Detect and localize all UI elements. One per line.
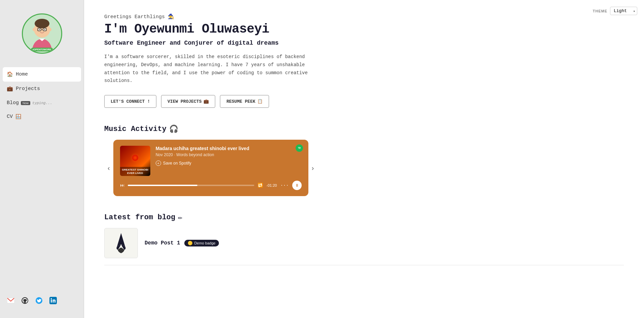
progress-bar-fill (128, 185, 197, 186)
resume-peek-button[interactable]: RESUME PEEK 📋 (220, 95, 269, 108)
sidebar-item-blog[interactable]: Blog Now typing... (0, 96, 84, 110)
projects-label: VIEW PROJECTS (167, 99, 201, 104)
view-projects-button[interactable]: VIEW PROJECTS 💼 (161, 95, 215, 108)
sidebar-item-label: Home (16, 72, 28, 77)
album-art-eye (132, 155, 138, 161)
svg-point-4 (39, 29, 40, 30)
svg-point-10 (49, 28, 51, 31)
theme-select[interactable]: Light Dark System (610, 7, 637, 15)
connect-label: LET'S CONNECT ! (111, 99, 150, 104)
blog-now-badge: Now (21, 101, 30, 105)
badge-emoji: 🟡 (188, 241, 193, 245)
blog-title-text: Latest from blog (104, 213, 175, 222)
music-player: GREATEST SHINOBI EVER LIVED Madara uchih… (113, 140, 308, 196)
demo-badge-label: Demo badge (194, 241, 216, 245)
music-info: Madara uchiha greatest shinobi ever live… (156, 146, 302, 166)
cta-buttons: LET'S CONNECT ! VIEW PROJECTS 💼 RESUME P… (104, 95, 624, 108)
repeat-icon[interactable]: 🔁 (258, 183, 263, 188)
main-content: THEME Light Dark System Greetings Earthl… (84, 0, 644, 318)
hero-description: I'm a software sorcerer, skilled in the … (104, 53, 333, 85)
time-remaining: -01:20 (266, 183, 277, 187)
save-spotify-label: Save on Spotify (163, 161, 191, 166)
twitter-icon[interactable] (35, 297, 43, 305)
progress-bar[interactable] (128, 185, 255, 186)
avatar-inner: #OPENTOWORK (23, 14, 61, 53)
briefcase-icon: 💼 (7, 86, 13, 92)
linkedin-icon[interactable] (49, 297, 57, 305)
more-icon[interactable]: ··· (280, 183, 289, 188)
sidebar: #OPENTOWORK 🏠 Home 💼 Projects Blog Now t… (0, 0, 84, 318)
sidebar-item-cv[interactable]: CV 🪟 (0, 110, 84, 124)
resume-icon: 📋 (257, 99, 263, 104)
theme-label: THEME (593, 9, 608, 13)
sidebar-item-label: CV (7, 114, 13, 120)
hero-title: I'm Oyewunmi Oluwaseyi (104, 22, 624, 36)
blog-post-card: Demo Post 1 🟡 Demo badge (104, 228, 624, 265)
lets-connect-button[interactable]: LET'S CONNECT ! (104, 95, 156, 108)
pause-icon: ⏸ (295, 183, 299, 188)
avatar-svg (25, 17, 59, 50)
blog-section-heading: Latest from blog ✏️ (104, 213, 624, 222)
svg-point-5 (44, 29, 45, 30)
github-icon[interactable] (21, 297, 29, 305)
avatar-container: #OPENTOWORK (0, 7, 84, 60)
spotify-icon (296, 144, 303, 152)
blog-thumbnail (104, 228, 138, 258)
blog-post-info: Demo Post 1 🟡 Demo badge (145, 240, 219, 246)
music-title-text: Music Activity (104, 125, 166, 133)
skip-back-icon[interactable]: ⏭ (120, 183, 124, 188)
theme-bar: THEME Light Dark System (593, 7, 638, 15)
gmail-icon[interactable] (7, 297, 15, 305)
music-player-wrapper: ‹ GREATEST SHINOBI EVER LIVED Madara uch… (104, 140, 624, 196)
home-icon: 🏠 (7, 71, 13, 78)
music-player-top: GREATEST SHINOBI EVER LIVED Madara uchih… (120, 146, 302, 176)
svg-point-17 (297, 146, 302, 150)
typing-indicator: typing... (32, 101, 52, 105)
theme-select-wrapper: Light Dark System (610, 7, 637, 15)
pencil-icon: ✏️ (178, 213, 182, 222)
prev-track-button[interactable]: ‹ (104, 164, 113, 172)
next-track-button[interactable]: › (308, 164, 317, 172)
headphone-icon: 🎧 (169, 125, 178, 134)
avatar-circle: #OPENTOWORK (22, 13, 62, 54)
album-art: GREATEST SHINOBI EVER LIVED (120, 146, 150, 176)
greeting: Greetings Earthlings 🧙 (104, 13, 624, 20)
music-section-heading: Music Activity 🎧 (104, 125, 624, 134)
sidebar-item-home[interactable]: 🏠 Home (3, 67, 81, 82)
pause-button[interactable]: ⏸ (292, 181, 302, 190)
sidebar-item-projects[interactable]: 💼 Projects (0, 82, 84, 96)
sidebar-social (0, 290, 84, 311)
svg-point-1 (35, 19, 49, 28)
blog-post-title: Demo Post 1 (145, 240, 180, 246)
music-track-title: Madara uchiha greatest shinobi ever live… (156, 146, 302, 151)
nav-list: 🏠 Home 💼 Projects Blog Now typing... CV … (0, 67, 84, 124)
demo-badge: 🟡 Demo badge (184, 240, 219, 246)
briefcase-icon-btn: 💼 (203, 99, 209, 104)
music-controls: ⏭ 🔁 -01:20 ··· ⏸ (120, 181, 302, 190)
svg-point-16 (51, 298, 52, 300)
open-to-work-badge: #OPENTOWORK (31, 48, 53, 51)
blog-logo (111, 231, 131, 255)
sidebar-item-label: Blog (7, 100, 19, 106)
plus-icon: + (156, 161, 161, 166)
sidebar-item-label: Projects (16, 86, 40, 92)
svg-rect-15 (51, 300, 52, 303)
save-spotify-button[interactable]: + Save on Spotify (156, 161, 302, 166)
music-track-meta: Nov 2020 · Words beyond action (156, 152, 302, 157)
album-art-text: GREATEST SHINOBI EVER LIVED (120, 167, 150, 176)
hero-subtitle: Software Engineer and Conjurer of digita… (104, 40, 624, 46)
cv-icon: 🪟 (15, 114, 21, 120)
resume-label: RESUME PEEK (226, 99, 255, 104)
svg-point-9 (33, 28, 35, 31)
